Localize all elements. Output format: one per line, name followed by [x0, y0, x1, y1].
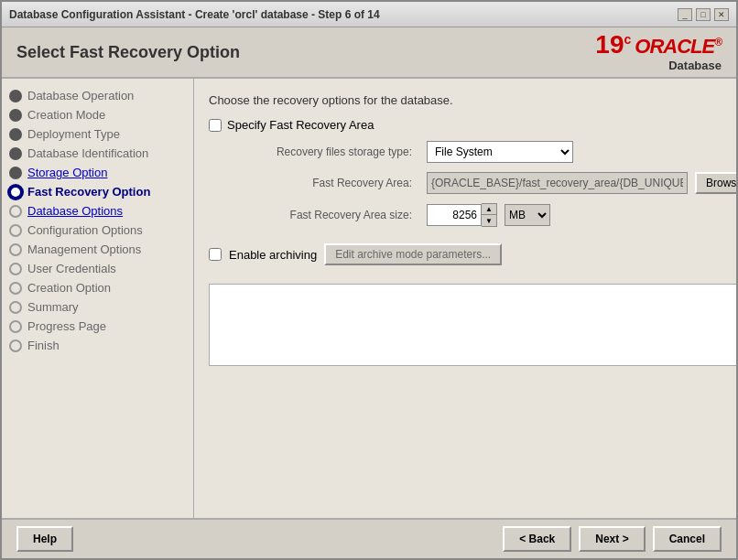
step-circle-3: [9, 128, 22, 141]
footer-nav-buttons: < Back Next > Cancel: [503, 526, 722, 552]
step-circle-12: [9, 301, 22, 314]
step-circle-4: [9, 147, 22, 160]
step-circle-10: [9, 263, 22, 275]
specify-recovery-area-checkbox[interactable]: [209, 119, 222, 132]
cancel-button[interactable]: Cancel: [653, 526, 722, 552]
oracle-superscript: c: [624, 32, 631, 47]
back-button[interactable]: < Back: [503, 526, 571, 552]
sidebar-label-4: Database Identification: [27, 146, 148, 160]
content-panel: Choose the recovery options for the data…: [194, 79, 736, 518]
sidebar-label-12: Summary: [27, 300, 79, 314]
recovery-area-label: Fast Recovery Area:: [227, 177, 419, 189]
minimize-button[interactable]: _: [678, 8, 692, 21]
sidebar-item-management-options: Management Options: [2, 240, 193, 259]
next-button[interactable]: Next >: [579, 526, 645, 552]
sidebar-item-database-operation: Database Operation: [2, 86, 193, 105]
sidebar-item-finish: Finish: [2, 336, 193, 355]
oracle-logo: 19c ORACLE® Database: [595, 32, 722, 72]
enable-archiving-checkbox[interactable]: [209, 248, 222, 261]
spinner-up-button[interactable]: ▲: [482, 204, 496, 215]
sidebar-label-9: Management Options: [27, 242, 141, 256]
sidebar-label-8: Configuration Options: [27, 223, 143, 237]
close-button[interactable]: ✕: [714, 8, 729, 21]
main-content: Database Operation Creation Mode Deploym…: [2, 79, 736, 518]
archive-row: Enable archiving Edit archive mode param…: [209, 243, 736, 265]
app-header: Select Fast Recovery Option 19c ORACLE® …: [2, 27, 736, 79]
recovery-files-select[interactable]: File System: [427, 141, 573, 163]
sidebar-label-7: Database Options: [27, 204, 123, 218]
options-section: Specify Fast Recovery Area Recovery file…: [209, 118, 736, 265]
page-title: Select Fast Recovery Option: [16, 43, 240, 62]
sidebar-label-2: Creation Mode: [27, 108, 105, 122]
specify-recovery-area-row: Specify Fast Recovery Area: [209, 118, 736, 132]
sidebar-item-storage-option[interactable]: Storage Option: [2, 163, 193, 182]
sidebar-item-progress-page: Progress Page: [2, 317, 193, 336]
sidebar-label-14: Finish: [27, 339, 60, 352]
spinner-buttons: ▲ ▼: [482, 203, 497, 227]
oracle-brand: ORACLE®: [635, 35, 722, 59]
log-area: [209, 284, 736, 366]
sidebar-label-11: Creation Option: [27, 281, 111, 295]
recovery-files-label: Recovery files storage type:: [227, 145, 419, 158]
sidebar-label-6: Fast Recovery Option: [27, 185, 150, 199]
sidebar-item-deployment-type: Deployment Type: [2, 124, 193, 144]
sidebar-label-5: Storage Option: [27, 166, 107, 179]
footer: Help < Back Next > Cancel: [2, 518, 736, 558]
sidebar-item-fast-recovery: Fast Recovery Option: [2, 182, 193, 201]
window-title: Database Configuration Assistant - Creat…: [9, 8, 380, 21]
recovery-size-unit-select[interactable]: MB: [505, 204, 550, 226]
step-circle-5: [9, 167, 22, 179]
browse-button[interactable]: Browse...: [695, 172, 736, 194]
sidebar-item-creation-mode: Creation Mode: [2, 105, 193, 124]
sidebar-label-1: Database Operation: [27, 89, 134, 102]
specify-recovery-area-label[interactable]: Specify Fast Recovery Area: [227, 118, 374, 132]
step-circle-13: [9, 320, 22, 333]
sidebar-label-13: Progress Page: [27, 319, 106, 333]
sidebar-item-database-options[interactable]: Database Options: [2, 201, 193, 221]
sidebar-item-user-credentials: User Credentials: [2, 259, 193, 278]
sidebar-label-10: User Credentials: [27, 262, 116, 275]
description-text: Choose the recovery options for the data…: [209, 93, 736, 107]
sidebar-item-summary: Summary: [2, 297, 193, 317]
sidebar-item-configuration-options: Configuration Options: [2, 221, 193, 240]
step-circle-11: [9, 282, 22, 295]
sidebar-item-creation-option: Creation Option: [2, 278, 193, 297]
recovery-area-input[interactable]: [427, 172, 688, 194]
oracle-logo-top: 19c ORACLE®: [595, 32, 722, 59]
recovery-area-row: Fast Recovery Area: Browse...: [209, 172, 736, 194]
sidebar-label-3: Deployment Type: [27, 127, 120, 141]
step-circle-6: [9, 186, 22, 199]
recovery-files-row: Recovery files storage type: File System: [209, 141, 736, 163]
oracle-version: 19c: [595, 32, 631, 58]
sidebar: Database Operation Creation Mode Deploym…: [2, 79, 194, 518]
title-bar-buttons: _ □ ✕: [678, 8, 729, 21]
oracle-database: Database: [668, 59, 722, 72]
maximize-button[interactable]: □: [696, 8, 711, 21]
spinner-down-button[interactable]: ▼: [482, 215, 496, 226]
recovery-size-label: Fast Recovery Area size:: [227, 209, 419, 221]
recovery-size-row: Fast Recovery Area size: ▲ ▼ MB: [209, 203, 736, 227]
sidebar-item-database-identification: Database Identification: [2, 144, 193, 163]
main-window: Database Configuration Assistant - Creat…: [0, 0, 738, 560]
title-bar: Database Configuration Assistant - Creat…: [2, 2, 736, 27]
oracle-registered: ®: [714, 36, 722, 48]
step-circle-7: [9, 205, 22, 218]
help-button[interactable]: Help: [16, 526, 73, 552]
edit-archive-button[interactable]: Edit archive mode parameters...: [324, 243, 502, 265]
recovery-size-spinner: ▲ ▼: [427, 203, 497, 227]
recovery-size-input[interactable]: [427, 204, 482, 226]
step-circle-2: [9, 109, 22, 122]
step-circle-14: [9, 339, 22, 352]
enable-archiving-label[interactable]: Enable archiving: [229, 248, 317, 262]
step-circle-9: [9, 243, 22, 256]
step-circle-1: [9, 90, 22, 102]
step-circle-8: [9, 224, 22, 237]
